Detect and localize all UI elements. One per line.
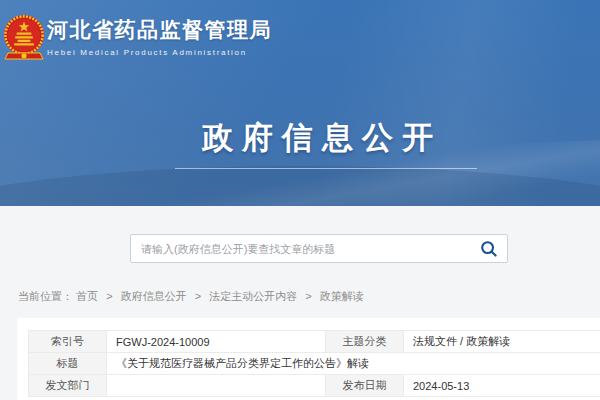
- table-row: 标题 《关于规范医疗器械产品分类界定工作的公告》解读: [29, 353, 600, 375]
- breadcrumb-item-info-disclosure[interactable]: 政府信息公开: [121, 290, 187, 302]
- document-info-card: 索引号 FGWJ-2024-10009 主题分类 法规文件 / 政策解读 标题 …: [17, 318, 600, 400]
- table-row: 索引号 FGWJ-2024-10009 主题分类 法规文件 / 政策解读: [29, 331, 600, 353]
- index-number-value: FGWJ-2024-10009: [107, 331, 326, 353]
- breadcrumb-separator: >: [106, 290, 112, 302]
- doc-title-value: 《关于规范医疗器械产品分类界定工作的公告》解读: [107, 353, 600, 375]
- search-input[interactable]: [131, 235, 477, 262]
- banner-underline: [175, 168, 477, 169]
- breadcrumb-item-home[interactable]: 首页: [76, 290, 98, 302]
- table-row: 发文部门 发布日期 2024-05-13: [29, 375, 600, 397]
- agency-title-block: 河北省药品监督管理局 Hebei Medical Products Admini…: [47, 16, 272, 57]
- topic-category-label: 主题分类: [326, 331, 404, 353]
- breadcrumb-label: 当前位置：: [18, 290, 73, 302]
- breadcrumb-separator: >: [305, 290, 311, 302]
- breadcrumb-item-statutory-disclosure[interactable]: 法定主动公开内容: [209, 290, 297, 302]
- search-button[interactable]: [477, 235, 507, 262]
- issuing-department-value: [107, 375, 326, 397]
- publish-date-label: 发布日期: [326, 375, 404, 397]
- issuing-department-label: 发文部门: [29, 375, 107, 397]
- search-icon: [480, 240, 498, 258]
- search-box: [130, 234, 508, 263]
- publish-date-value: 2024-05-13: [404, 375, 600, 397]
- agency-name-zh: 河北省药品监督管理局: [47, 16, 272, 44]
- agency-name-en: Hebei Medical Products Administration: [47, 48, 272, 57]
- breadcrumb-separator: >: [195, 290, 201, 302]
- page-header: 河北省药品监督管理局 Hebei Medical Products Admini…: [0, 0, 600, 206]
- index-number-label: 索引号: [29, 331, 107, 353]
- banner-title: 政府信息公开: [22, 117, 600, 159]
- topic-category-value: 法规文件 / 政策解读: [404, 331, 600, 353]
- breadcrumb-item-policy-interpretation[interactable]: 政策解读: [320, 290, 364, 302]
- national-emblem-icon: [2, 8, 46, 62]
- breadcrumb: 当前位置： 首页 > 政府信息公开 > 法定主动公开内容 > 政策解读: [18, 289, 364, 304]
- document-info-table: 索引号 FGWJ-2024-10009 主题分类 法规文件 / 政策解读 标题 …: [28, 330, 600, 397]
- doc-title-label: 标题: [29, 353, 107, 375]
